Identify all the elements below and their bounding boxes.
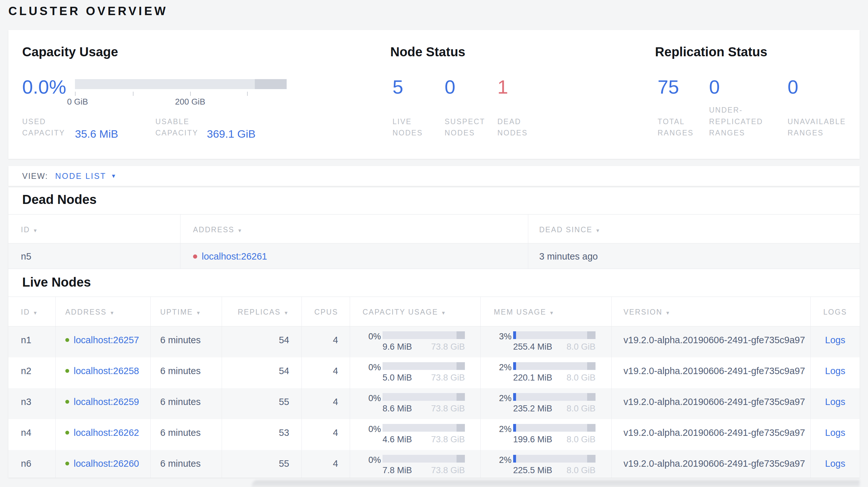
gauge-tick (133, 92, 133, 96)
column-header-label: UPTIME (160, 308, 193, 316)
mem-usage-bar (513, 455, 595, 462)
nodes-table-card: Dead Nodes ID▼ADDRESS▼DEAD SINCE▼ n5loca… (8, 188, 860, 478)
mem-usage-cell: 2%235.2 MiB8.0 GiB (480, 388, 611, 419)
chevron-down-icon: ▼ (111, 173, 116, 180)
dead-node-address-cell: localhost:26261 (180, 244, 528, 269)
sort-arrow-icon: ▼ (284, 310, 289, 316)
capacity-usage-cell: 0%8.6 MiB73.8 GiB (350, 388, 480, 419)
capacity-usage-cell: 0%7.8 MiB73.8 GiB (350, 450, 480, 478)
stat-label-under-replicated-ranges: UNDER-REPLICATED RANGES (709, 104, 777, 139)
live-status-dot (65, 431, 69, 434)
replicas-cell: 53 (222, 419, 302, 450)
mem-usage-bar (513, 331, 595, 339)
mem-usage-labels: 225.5 MiB8.0 GiB (513, 465, 595, 476)
node-address-cell: localhost:26258 (55, 357, 150, 388)
mem-usage-bar-fill (513, 424, 516, 432)
cpus-cell: 4 (302, 419, 350, 450)
capacity-usage-labels: 5.0 MiB73.8 GiB (382, 373, 465, 383)
column-header-dead-since[interactable]: DEAD SINCE▼ (528, 215, 860, 243)
mem-usage-used-value: 255.4 MiB (513, 342, 552, 352)
logs-link[interactable]: Logs (825, 397, 845, 407)
gauge-tick-label: 0 GiB (67, 97, 88, 107)
column-header-label: DEAD SINCE (539, 226, 593, 234)
mem-usage-cell: 2%220.1 MiB8.0 GiB (480, 357, 611, 388)
column-header-address[interactable]: ADDRESS▼ (55, 297, 150, 326)
column-header-id[interactable]: ID▼ (8, 215, 180, 243)
stat-label-live-nodes: LIVE NODES (393, 116, 444, 139)
gauge-tick (247, 92, 248, 96)
column-header-uptime[interactable]: UPTIME▼ (150, 297, 222, 326)
node-id-cell: n3 (8, 388, 55, 419)
sort-arrow-icon: ▼ (33, 228, 38, 233)
node-address-link[interactable]: localhost:26261 (202, 251, 267, 261)
capacity-usage-labels: 8.6 MiB73.8 GiB (382, 404, 465, 414)
cpus-cell: 4 (302, 450, 350, 478)
capacity-gauge-bar (75, 79, 287, 89)
capacity-usage-percent: 0% (360, 455, 381, 478)
version-cell: v19.2.0-alpha.20190606-2491-gfe735c9a97 (611, 326, 810, 357)
dead-status-dot (193, 254, 197, 259)
column-header-id[interactable]: ID▼ (8, 297, 55, 326)
sort-arrow-icon: ▼ (238, 228, 243, 233)
column-header-address[interactable]: ADDRESS▼ (180, 215, 528, 243)
logs-cell: Logs (810, 357, 860, 388)
column-header-label: CPUS (314, 308, 338, 316)
cpus-cell: 4 (302, 388, 350, 419)
capacity-usage-bar-end-segment (457, 362, 465, 370)
column-header-capacity-usage[interactable]: CAPACITY USAGE▼ (350, 297, 480, 326)
column-header-label: ADDRESS (193, 226, 235, 234)
column-header-label: LOGS (823, 308, 847, 316)
node-address-link[interactable]: localhost:26257 (74, 335, 139, 345)
node-address-cell: localhost:26257 (55, 326, 150, 357)
mem-usage-bar (513, 362, 595, 370)
sort-arrow-icon: ▼ (110, 310, 115, 316)
replicas-cell: 55 (222, 450, 302, 478)
column-header-version[interactable]: VERSION▼ (611, 297, 810, 326)
logs-cell: Logs (810, 419, 860, 450)
node-address-link[interactable]: localhost:26259 (74, 397, 139, 407)
capacity-usage-cell: 0%4.6 MiB73.8 GiB (350, 419, 480, 450)
node-address-cell: localhost:26260 (55, 450, 150, 478)
capacity-usage-used-value: 8.6 MiB (382, 404, 412, 414)
live-status-dot (65, 369, 69, 373)
mem-usage-bar-end-segment (587, 331, 595, 339)
sort-arrow-icon: ▼ (665, 310, 671, 316)
logs-link[interactable]: Logs (825, 335, 845, 345)
mem-usage-labels: 199.6 MiB8.0 GiB (513, 434, 595, 445)
node-address-link[interactable]: localhost:26262 (74, 427, 139, 438)
mem-usage-bar-wrap: 220.1 MiB8.0 GiB (513, 362, 595, 388)
capacity-usage-title: Capacity Usage (22, 45, 118, 59)
mem-usage-bar (513, 393, 595, 401)
uptime-cell: 6 minutes (150, 419, 222, 450)
mem-usage-bar (513, 424, 595, 432)
node-address-link[interactable]: localhost:26260 (74, 458, 139, 469)
column-header-mem-usage[interactable]: MEM USAGE▼ (480, 297, 611, 326)
column-header-label: ID (21, 226, 30, 234)
version-cell: v19.2.0-alpha.20190606-2491-gfe735c9a97 (611, 450, 810, 478)
capacity-usage-bar-wrap: 9.6 MiB73.8 GiB (382, 331, 465, 357)
dead-nodes-header-row: ID▼ADDRESS▼DEAD SINCE▼ (8, 214, 860, 244)
column-header-replicas[interactable]: REPLICAS▼ (222, 297, 302, 326)
stat-value-dead-nodes: 1 (497, 77, 508, 97)
mem-usage-max-value: 8.0 GiB (566, 373, 595, 383)
uptime-cell: 6 minutes (150, 388, 222, 419)
capacity-usage-max-value: 73.8 GiB (431, 404, 465, 414)
node-address-link[interactable]: localhost:26258 (74, 366, 139, 376)
mem-usage-bar-fill (513, 331, 516, 339)
version-cell: v19.2.0-alpha.20190606-2491-gfe735c9a97 (611, 357, 810, 388)
used-capacity-value: 35.6 MiB (75, 128, 118, 140)
view-selector-dropdown[interactable]: NODE LIST ▼ (55, 171, 116, 181)
logs-link[interactable]: Logs (825, 366, 845, 376)
logs-link[interactable]: Logs (825, 458, 845, 469)
column-header-label: REPLICAS (238, 308, 281, 316)
mem-usage-bar-wrap: 225.5 MiB8.0 GiB (513, 455, 595, 478)
replicas-cell: 54 (222, 357, 302, 388)
capacity-usage-bar (382, 393, 465, 401)
mem-usage-bar-wrap: 255.4 MiB8.0 GiB (513, 331, 595, 357)
capacity-usage-cell: 0%5.0 MiB73.8 GiB (350, 357, 480, 388)
mem-usage-used-value: 225.5 MiB (513, 465, 552, 476)
capacity-usage-labels: 4.6 MiB73.8 GiB (382, 434, 465, 445)
logs-link[interactable]: Logs (825, 427, 845, 438)
capacity-usage-bar-wrap: 7.8 MiB73.8 GiB (382, 455, 465, 478)
capacity-usage-labels: 7.8 MiB73.8 GiB (382, 465, 465, 476)
